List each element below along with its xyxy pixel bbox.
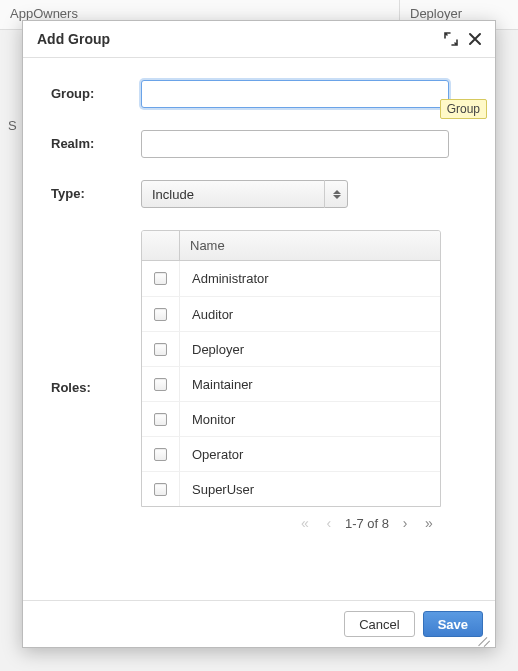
cancel-button[interactable]: Cancel <box>344 611 414 637</box>
pager-prev-icon[interactable]: ‹ <box>321 515 337 531</box>
cancel-button-label: Cancel <box>359 617 399 632</box>
role-checkbox[interactable] <box>154 343 167 356</box>
modal-footer: Cancel Save <box>23 600 495 647</box>
role-name: Auditor <box>180 298 440 331</box>
roles-table-body: Administrator Auditor Deployer Main <box>142 261 440 506</box>
type-select[interactable]: Include <box>141 180 348 208</box>
role-name: Maintainer <box>180 368 440 401</box>
form-row-realm: Realm: <box>51 130 467 158</box>
role-name: Deployer <box>180 333 440 366</box>
roles-table-header: Name <box>142 231 440 261</box>
add-group-modal: Add Group Group: Group Realm: <box>22 20 496 648</box>
field-roles: Name Administrator Auditor <box>141 230 467 531</box>
table-row: Deployer <box>142 331 440 366</box>
roles-header-name: Name <box>180 231 440 260</box>
label-type: Type: <box>51 180 141 201</box>
role-checkbox[interactable] <box>154 272 167 285</box>
table-row: Operator <box>142 436 440 471</box>
form-row-roles: Roles: Name Administrator Aud <box>51 230 467 531</box>
save-button[interactable]: Save <box>423 611 483 637</box>
pager-text: 1-7 of 8 <box>345 516 389 531</box>
role-checkbox[interactable] <box>154 448 167 461</box>
modal-header: Add Group <box>23 21 495 58</box>
role-name: Administrator <box>180 262 440 295</box>
roles-header-check-col <box>142 231 180 260</box>
label-roles: Roles: <box>51 230 141 395</box>
label-realm: Realm: <box>51 130 141 151</box>
save-button-label: Save <box>438 617 468 632</box>
label-group: Group: <box>51 80 141 101</box>
close-icon[interactable] <box>467 31 483 47</box>
table-row: Monitor <box>142 401 440 436</box>
group-input[interactable] <box>141 80 449 108</box>
table-row: SuperUser <box>142 471 440 506</box>
form-row-group: Group: Group <box>51 80 467 108</box>
bg-truncated-text: S <box>8 118 17 133</box>
pager-first-icon[interactable]: « <box>297 515 313 531</box>
role-name: Monitor <box>180 403 440 436</box>
role-checkbox[interactable] <box>154 378 167 391</box>
role-name: Operator <box>180 438 440 471</box>
expand-icon[interactable] <box>443 31 459 47</box>
modal-title: Add Group <box>37 31 443 47</box>
field-type: Include <box>141 180 467 208</box>
type-select-value: Include <box>152 187 194 202</box>
pager-next-icon[interactable]: › <box>397 515 413 531</box>
modal-body: Group: Group Realm: Type: Include <box>23 58 495 600</box>
roles-pager: « ‹ 1-7 of 8 › » <box>141 507 441 531</box>
role-checkbox[interactable] <box>154 413 167 426</box>
group-tooltip: Group <box>440 99 487 119</box>
role-checkbox[interactable] <box>154 308 167 321</box>
modal-header-icons <box>443 31 483 47</box>
field-group: Group <box>141 80 467 108</box>
resize-handle[interactable] <box>481 633 493 645</box>
realm-input[interactable] <box>141 130 449 158</box>
table-row: Auditor <box>142 296 440 331</box>
table-row: Administrator <box>142 261 440 296</box>
role-checkbox[interactable] <box>154 483 167 496</box>
form-row-type: Type: Include <box>51 180 467 208</box>
pager-last-icon[interactable]: » <box>421 515 437 531</box>
field-realm <box>141 130 467 158</box>
role-name: SuperUser <box>180 473 440 506</box>
table-row: Maintainer <box>142 366 440 401</box>
roles-table: Name Administrator Auditor <box>141 230 441 507</box>
